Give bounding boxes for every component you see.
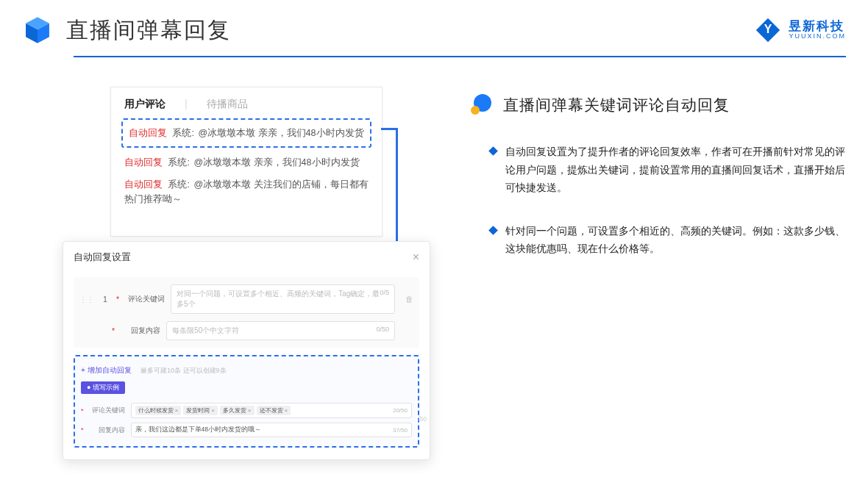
order-number: 1 [100,295,110,304]
section-title: 直播间弹幕关键词评论自动回复 [471,94,846,116]
comments-card: 用户评论 | 待播商品 自动回复 系统: @冰墩墩本墩 亲亲，我们48小时内发货… [110,87,383,237]
keyword-row: ⋮⋮ 1 * 评论关键词 对同一个问题，可设置多个相近、高频的关键词，Tag确定… [79,284,413,314]
left-column: 用户评论 | 待播商品 自动回复 系统: @冰墩墩本墩 亲亲，我们48小时内发货… [22,87,434,283]
tab-divider: | [185,98,188,111]
ex-keyword-counter: 20/50 [393,407,408,414]
keyword-counter: 0/5 [380,289,389,309]
dialog-title: 自动回复设置 [74,251,131,264]
content-row: * 回复内容 每条限50个中文字符 0/50 [79,321,413,340]
system-label: 系统: [168,179,189,190]
system-label: 系统: [168,157,189,168]
connector-line [381,128,397,130]
keyword-label: 评论关键词 [125,294,165,304]
form-block: ⋮⋮ 1 * 评论关键词 对同一个问题，可设置多个相近、高频的关键词，Tag确定… [74,277,419,348]
content-placeholder: 每条限50个中文字符 [172,326,239,336]
page-title: 直播间弹幕回复 [66,15,231,46]
example-content-row: * 回复内容 亲，我们这边都是下单48小时内发货的哦～ 37/50 [81,423,412,437]
drag-handle-icon[interactable]: ⋮⋮ [79,295,94,304]
cube-icon [22,15,53,46]
keyword-placeholder: 对同一个问题，可设置多个相近、高频的关键词，Tag确定，最多5个 [177,289,380,309]
comment-row: 自动回复 系统: @冰墩墩本墩 亲亲，我们48小时内发货 [124,155,369,170]
content-counter: 0/50 [376,326,389,336]
auto-reply-badge: 自动回复 [129,128,167,138]
content-input[interactable]: 每条限50个中文字符 0/50 [166,321,395,340]
dialog-header: 自动回复设置 × [74,251,419,264]
required-star: * [116,295,119,304]
slide-header: 直播间弹幕回复 Y 昱新科技 YUUXIN.COM [0,0,868,46]
ex-keyword-input[interactable]: 什么时候发货× 发货时间× 多久发货× 还不发货× 20/50 [131,403,412,418]
tab-user-comments[interactable]: 用户评论 [124,98,166,111]
brand-logo-icon: Y [755,17,781,43]
ex-content-value: 亲，我们这边都是下单48小时内发货的哦～ [135,426,261,434]
keyword-tag: 发货时间× [183,406,218,415]
ex-content-counter: 37/50 [393,427,408,434]
comment-text: @冰墩墩本墩 亲亲，我们48小时内发货 [198,128,363,138]
comment-text: @冰墩墩本墩 亲亲，我们48小时内发货 [193,157,359,168]
ex-content-input[interactable]: 亲，我们这边都是下单48小时内发货的哦～ 37/50 [131,423,412,437]
header-left: 直播间弹幕回复 [22,15,231,46]
bullet-item: 针对同一个问题，可设置多个相近的、高频的关键词。例如：这款多少钱、这块能优惠吗、… [471,222,846,258]
brand-name-en: YUUXIN.COM [789,33,846,40]
keyword-tag: 什么时候发货× [135,406,182,415]
add-auto-reply-link[interactable]: + 增加自动回复 [81,365,132,376]
brand: Y 昱新科技 YUUXIN.COM [755,17,846,43]
diamond-icon [488,226,498,235]
add-hint: 最多可建10条 还可以创建9条 [140,367,227,374]
main: 用户评论 | 待播商品 自动回复 系统: @冰墩墩本墩 亲亲，我们48小时内发货… [0,57,868,283]
diamond-icon [488,146,498,156]
trash-icon[interactable]: 🗑 [405,295,413,304]
comment-row: 自动回复 系统: @冰墩墩本墩 关注我们的店铺，每日都有热门推荐呦～ [124,177,369,207]
bullet-item: 自动回复设置为了提升作者的评论回复效率，作者可在开播前针对常见的评论用户问题，提… [471,143,846,197]
svg-text:Y: Y [764,23,772,35]
keyword-input[interactable]: 对同一个问题，可设置多个相近、高频的关键词，Tag确定，最多5个 0/5 [171,284,395,314]
system-label: 系统: [172,128,193,138]
required-star: * [81,426,84,434]
bubble-icon [471,94,493,116]
bullet-text: 针对同一个问题，可设置多个相近的、高频的关键词。例如：这款多少钱、这块能优惠吗、… [505,222,846,258]
keyword-tag: 多久发货× [220,406,255,415]
brand-name-cn: 昱新科技 [789,20,846,34]
auto-reply-badge: 自动回复 [124,179,163,190]
comments-tabs: 用户评论 | 待播商品 [124,98,369,111]
ex-content-label: 回复内容 [90,426,125,435]
example-highlight: + 增加自动回复 最多可建10条 还可以创建9条 ● 填写示例 * 评论关键词 … [74,355,419,448]
auto-reply-dialog: 自动回复设置 × ⋮⋮ 1 * 评论关键词 对同一个问题，可设置多个相近、高频的… [63,241,430,460]
brand-text: 昱新科技 YUUXIN.COM [789,20,846,41]
example-badge: ● 填写示例 [81,381,125,394]
content-label: 回复内容 [121,326,160,336]
comment-row: 自动回复 系统: @冰墩墩本墩 亲亲，我们48小时内发货 [129,126,364,140]
required-star: * [81,407,84,415]
highlighted-comment: 自动回复 系统: @冰墩墩本墩 亲亲，我们48小时内发货 [121,118,371,148]
section-title-text: 直播间弹幕关键词评论自动回复 [503,95,730,115]
tab-pending-goods[interactable]: 待播商品 [207,98,248,111]
right-column: 直播间弹幕关键词评论自动回复 自动回复设置为了提升作者的评论回复效率，作者可在开… [471,87,846,283]
ex-keyword-label: 评论关键词 [90,406,125,415]
required-star: * [112,326,115,335]
bullet-text: 自动回复设置为了提升作者的评论回复效率，作者可在开播前针对常见的评论用户问题，提… [505,143,846,197]
example-keyword-row: * 评论关键词 什么时候发货× 发货时间× 多久发货× 还不发货× 20/50 [81,403,412,418]
close-icon[interactable]: × [413,251,419,264]
keyword-tag: 还不发货× [257,406,291,415]
auto-reply-badge: 自动回复 [124,157,163,168]
outer-counter: /50 [418,415,427,423]
